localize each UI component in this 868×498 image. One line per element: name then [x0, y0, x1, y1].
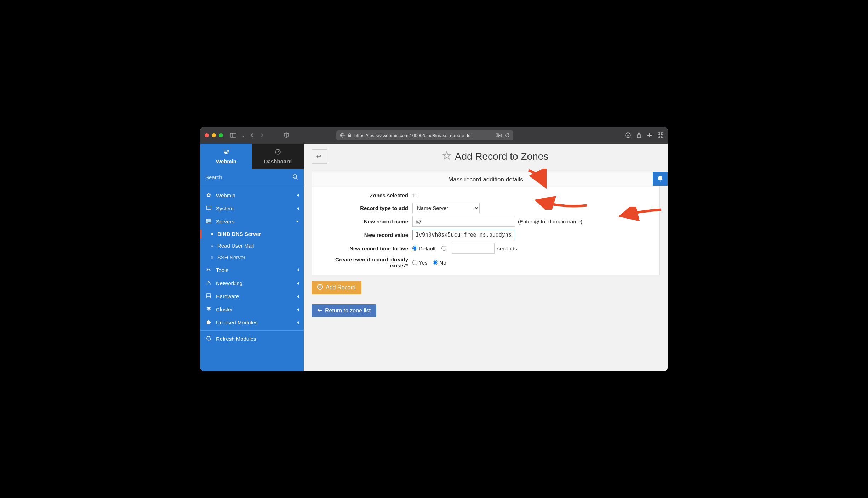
svg-point-28 [207, 222, 207, 222]
tabs-overview-icon[interactable] [658, 132, 663, 138]
record-name-hint: (Enter @ for domain name) [518, 219, 582, 225]
minimize-window-button[interactable] [212, 133, 216, 137]
browser-window: ⌄ https://testsrv.webmin.com:10000/bind8… [200, 127, 668, 371]
ttl-default-radio[interactable]: Default [412, 245, 436, 251]
new-tab-icon[interactable] [647, 133, 652, 138]
subnav-bind-dns[interactable]: BIND DNS Server [207, 228, 304, 240]
ttl-seconds-input[interactable] [452, 243, 495, 254]
back-arrow-icon [316, 154, 322, 159]
ttl-seconds-label: seconds [497, 245, 517, 251]
globe-icon [340, 133, 345, 138]
svg-point-45 [659, 180, 661, 181]
plus-circle-icon [317, 284, 323, 291]
bullet-icon [211, 233, 213, 235]
url-bar[interactable]: https://testsrv.webmin.com:10000/bind8/m… [336, 130, 513, 140]
webmin-logo-icon [223, 149, 230, 157]
svg-line-20 [278, 151, 279, 152]
divider [200, 330, 304, 331]
maximize-window-button[interactable] [219, 133, 223, 137]
ttl-custom-radio[interactable] [441, 246, 446, 251]
nav-servers[interactable]: Servers [200, 215, 304, 228]
layers-icon [205, 306, 212, 312]
nav-unused-modules[interactable]: Un-used Modules [200, 316, 304, 329]
zones-selected-value: 11 [412, 192, 418, 198]
search-icon[interactable] [293, 174, 298, 181]
label-create-exists: Create even if record already exists? [317, 256, 409, 268]
exists-yes-radio[interactable]: Yes [412, 260, 427, 266]
caret-icon [297, 308, 299, 311]
caret-icon [297, 295, 299, 298]
reload-icon[interactable] [505, 133, 510, 138]
svg-rect-0 [230, 133, 236, 137]
search-input[interactable] [205, 172, 299, 182]
gear-icon: ✿ [205, 192, 212, 198]
servers-submenu: BIND DNS Server Read User Mail SSH Serve… [200, 228, 304, 263]
record-type-select[interactable]: Name Server [412, 203, 480, 213]
nav-system[interactable]: System [200, 202, 304, 215]
bullet-icon [211, 256, 213, 259]
nav-back-icon[interactable] [250, 133, 256, 138]
svg-point-27 [207, 220, 207, 220]
nav-cluster[interactable]: Cluster [200, 303, 304, 316]
main-content: Add Record to Zones Mass record addition… [304, 144, 668, 371]
subnav-ssh-server[interactable]: SSH Server [207, 251, 304, 263]
nav-webmin[interactable]: ✿ Webmin [200, 188, 304, 202]
star-icon[interactable] [442, 151, 451, 163]
nav-networking[interactable]: Networking [200, 277, 304, 290]
back-button[interactable] [312, 149, 327, 164]
svg-marker-37 [443, 152, 451, 159]
tab-dashboard[interactable]: Dashboard [252, 144, 304, 169]
chevron-down-icon[interactable]: ⌄ [240, 134, 246, 137]
svg-rect-6 [348, 135, 351, 137]
svg-rect-23 [206, 206, 211, 209]
nav-hardware[interactable]: Hardware [200, 290, 304, 303]
add-record-button[interactable]: Add Record [312, 281, 361, 294]
lock-icon [348, 133, 352, 138]
notifications-button[interactable] [653, 172, 668, 186]
svg-rect-18 [661, 136, 663, 138]
record-name-input[interactable] [412, 216, 515, 227]
close-window-button[interactable] [205, 133, 209, 137]
label-record-name: New record name [317, 219, 409, 225]
label-record-type: Record type to add [317, 205, 409, 211]
share-icon[interactable] [636, 132, 641, 138]
translate-icon[interactable] [496, 133, 502, 138]
subnav-read-mail[interactable]: Read User Mail [207, 240, 304, 251]
sidebar: Webmin Dashboard ✿ Webmin [200, 144, 304, 371]
label-ttl: New record time-to-live [317, 245, 409, 251]
browser-chrome: ⌄ https://testsrv.webmin.com:10000/bind8… [200, 127, 668, 144]
caret-icon [297, 268, 299, 271]
shield-icon[interactable] [284, 132, 290, 138]
svg-rect-32 [206, 294, 211, 298]
svg-line-22 [296, 178, 298, 179]
tools-icon: ✂ [205, 267, 212, 273]
form-panel: Mass record addition details Zones selec… [312, 172, 660, 275]
label-zones-selected: Zones selected [317, 192, 409, 198]
svg-marker-35 [206, 309, 211, 311]
nav-forward-icon[interactable] [260, 133, 266, 138]
server-icon [205, 219, 212, 225]
sidebar-toggle-icon[interactable] [230, 133, 236, 138]
return-zone-list-button[interactable]: Return to zone list [312, 304, 376, 317]
gauge-icon [275, 149, 281, 157]
tab-webmin[interactable]: Webmin [200, 144, 252, 169]
bell-icon [657, 175, 663, 183]
svg-rect-16 [661, 133, 663, 135]
record-value-input[interactable] [412, 230, 515, 240]
arrow-left-icon [317, 307, 322, 314]
panel-title: Mass record addition details [312, 172, 659, 187]
divider [200, 187, 304, 187]
svg-point-21 [293, 175, 297, 178]
nav-tools[interactable]: ✂ Tools [200, 263, 304, 277]
monitor-icon [205, 205, 212, 211]
downloads-icon[interactable] [625, 132, 631, 138]
caret-icon [297, 194, 299, 197]
exists-no-radio[interactable]: No [433, 260, 446, 266]
caret-icon [297, 282, 299, 285]
bullet-icon [211, 245, 213, 247]
refresh-icon [205, 336, 212, 342]
nav-refresh-modules[interactable]: Refresh Modules [200, 332, 304, 345]
label-record-value: New record value [317, 232, 409, 238]
disk-icon [205, 293, 212, 299]
svg-rect-17 [658, 136, 660, 138]
